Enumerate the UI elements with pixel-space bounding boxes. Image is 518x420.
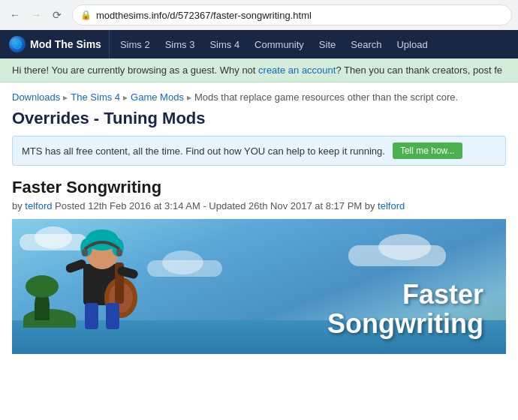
- image-text-overlay: Faster Songwriting: [327, 280, 483, 339]
- url-text: modthesims.info/d/572367/faster-songwrit…: [96, 10, 504, 21]
- globe-icon: 🌐: [9, 36, 26, 52]
- svg-rect-6: [116, 249, 122, 256]
- post-meta-by: by: [12, 200, 25, 212]
- site-logo[interactable]: 🌐 Mod The Sims: [6, 30, 110, 58]
- nav-site[interactable]: Site: [312, 32, 343, 58]
- nav-upload[interactable]: Upload: [389, 32, 435, 58]
- post-area: Faster Songwriting by telford Posted 12t…: [0, 175, 518, 354]
- browser-chrome: ← → ⟳ 🔒 modthesims.info/d/572367/faster-…: [0, 0, 518, 30]
- refresh-button[interactable]: ⟳: [48, 6, 66, 24]
- breadcrumb-current: Mods that replace game resources other t…: [194, 92, 458, 103]
- post-image: Faster Songwriting: [12, 219, 506, 354]
- image-text-line1: Faster: [327, 280, 483, 310]
- page-title-area: Overrides - Tuning Mods: [0, 106, 518, 136]
- cloud-3-puff: [162, 250, 203, 274]
- svg-rect-13: [106, 303, 119, 329]
- breadcrumb-sims4[interactable]: The Sims 4: [71, 92, 120, 103]
- nav-sims3[interactable]: Sims 3: [158, 32, 203, 58]
- nav-buttons: ← → ⟳: [6, 6, 66, 24]
- nav-search[interactable]: Search: [343, 32, 389, 58]
- create-account-link[interactable]: create an account: [258, 64, 336, 76]
- breadcrumb: Downloads ▸ The Sims 4 ▸ Game Mods ▸ Mod…: [0, 82, 518, 106]
- browser-toolbar: ← → ⟳ 🔒 modthesims.info/d/572367/faster-…: [0, 0, 518, 30]
- forward-button[interactable]: →: [27, 6, 45, 24]
- image-text-line2: Songwriting: [327, 309, 483, 339]
- post-meta-posted: Posted 12th Feb 2016 at 3:14 AM - Update…: [52, 200, 378, 212]
- lock-icon: 🔒: [80, 10, 92, 20]
- breadcrumb-sep-2: ▸: [123, 92, 128, 103]
- nav-community[interactable]: Community: [247, 32, 312, 58]
- post-author2-link[interactable]: telford: [378, 200, 405, 212]
- logo-text: Mod The Sims: [30, 38, 101, 50]
- cloud-2-puff: [378, 234, 431, 260]
- mts-banner: MTS has all free content, all the time. …: [12, 136, 506, 166]
- nav-sims2[interactable]: Sims 2: [113, 32, 158, 58]
- back-button[interactable]: ←: [6, 6, 24, 24]
- guest-banner-text-before: Hi there! You are currently browsing as …: [12, 64, 258, 76]
- breadcrumb-downloads[interactable]: Downloads: [12, 92, 60, 103]
- breadcrumb-gamemods[interactable]: Game Mods: [131, 92, 184, 103]
- post-author-link[interactable]: telford: [25, 200, 52, 212]
- mts-banner-text: MTS has all free content, all the time. …: [22, 146, 385, 157]
- breadcrumb-sep-3: ▸: [187, 92, 191, 103]
- guest-banner: Hi there! You are currently browsing as …: [0, 58, 518, 82]
- breadcrumb-sep-1: ▸: [63, 92, 68, 103]
- post-meta: by telford Posted 12th Feb 2016 at 3:14 …: [12, 200, 506, 212]
- svg-rect-12: [85, 303, 98, 329]
- post-title: Faster Songwriting: [12, 178, 506, 197]
- site-navigation: 🌐 Mod The Sims Sims 2 Sims 3 Sims 4 Comm…: [0, 30, 518, 58]
- guest-banner-text-after: ? Then you can thank creators, post fe: [336, 64, 502, 76]
- main-content: Downloads ▸ The Sims 4 ▸ Game Mods ▸ Mod…: [0, 82, 518, 354]
- svg-rect-5: [82, 249, 88, 256]
- page-title: Overrides - Tuning Mods: [12, 109, 506, 128]
- character-svg: [53, 219, 151, 332]
- post-image-background: Faster Songwriting: [12, 219, 506, 354]
- address-bar[interactable]: 🔒 modthesims.info/d/572367/faster-songwr…: [72, 4, 512, 26]
- nav-sims4[interactable]: Sims 4: [202, 32, 247, 58]
- tell-me-button[interactable]: Tell me how...: [393, 142, 462, 159]
